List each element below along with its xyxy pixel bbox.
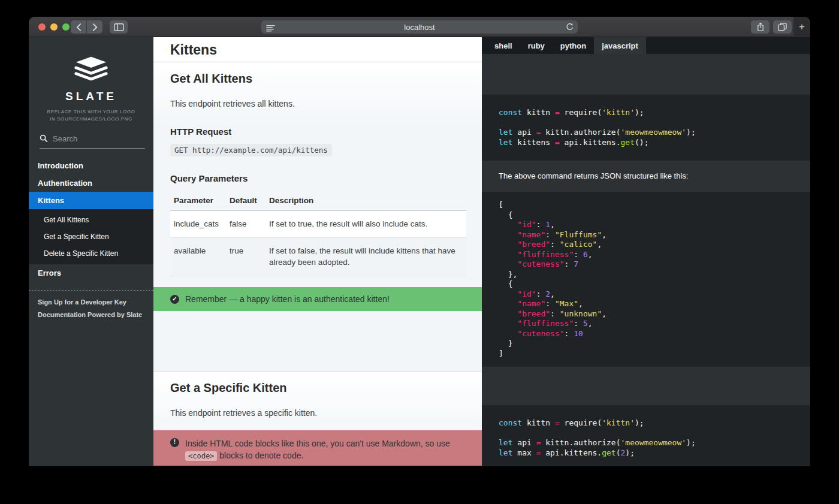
browser-window: localhost + [29,17,810,466]
logo-note: REPLACE THIS WITH YOUR LOGO IN SOURCE/IM… [29,108,153,123]
page-title: Kittens [170,42,465,58]
sidebar-item-introduction[interactable]: Introduction [29,157,153,174]
cell-parameter: available [170,237,226,276]
cell-default: false [226,211,265,238]
code-line: "fluffiness": 5, [499,319,793,329]
code-line: "cuteness": 10 [499,329,793,339]
code-line: { [499,279,793,289]
code-line: "id": 2, [499,289,793,300]
section-intro: This endpoint retrieves all kittens. [153,86,482,110]
sidebar-item-errors[interactable]: Errors [29,264,153,282]
code-line: }, [499,270,793,280]
sidebar-footer: Sign Up for a Developer Key Documentatio… [29,290,153,324]
code-line: ] [499,349,793,359]
search-input[interactable] [53,134,143,143]
code-line [499,118,793,128]
code-block-json-response: [ { "id": 1, "name": "Fluffums", "breed"… [482,192,810,367]
tab-javascript[interactable]: javascript [594,37,646,54]
tab-python[interactable]: python [553,37,594,54]
code-block-get-all-kittens: const kittn = require('kittn'); let api … [482,95,810,161]
tab-ruby[interactable]: ruby [520,37,553,54]
sidebar-icon [114,23,124,31]
cell-description: If set to true, the result will also inc… [265,211,466,238]
http-request-heading: HTTP Request [153,110,482,137]
code-line: const kittn = require('kittn'); [499,108,793,118]
success-callout: ✓ Remember — a happy kitten is an authen… [153,287,482,311]
url-bar[interactable]: localhost [261,20,578,34]
sidebar-subnav: Get All Kittens Get a Specific Kitten De… [29,209,153,264]
section-intro: This endpoint retrieves a specific kitte… [153,395,482,419]
table-row: available true If set to false, the resu… [170,237,466,276]
page-title-block: Kittens [153,37,482,62]
code-line: "breed": "unknown", [499,309,793,319]
check-icon: ✓ [170,295,179,304]
query-parameters-heading: Query Parameters [153,156,482,183]
code-line: let api = kittn.authorize('meowmeowmeow'… [499,128,793,138]
inline-code-tag: <code> [185,451,217,461]
sidebar-toggle-button[interactable] [110,20,128,34]
doc-content: Kittens Get All Kittens This endpoint re… [153,37,482,466]
code-line [499,428,793,439]
code-line: "cuteness": 7 [499,259,793,270]
search-field[interactable] [40,134,145,149]
reload-button[interactable] [566,23,574,34]
plus-icon: + [799,21,805,33]
sidebar-item-delete-a-specific-kitten[interactable]: Delete a Specific Kitten [29,245,153,262]
share-button[interactable] [751,20,769,34]
code-line: let kittens = api.kittens.get(); [499,138,793,148]
cell-parameter: include_cats [170,211,226,238]
tabs-icon [778,23,787,31]
fullscreen-button[interactable] [62,23,70,31]
browser-titlebar: localhost + [29,17,810,37]
window-controls [38,23,70,31]
table-header-row: Parameter Default Description [170,191,466,211]
reader-icon[interactable] [266,23,275,34]
code-line: { [499,210,793,221]
sidebar-item-kittens[interactable]: Kittens [29,192,153,209]
query-parameters-table: Parameter Default Description include_ca… [170,191,466,276]
close-button[interactable] [38,23,46,31]
minimize-button[interactable] [50,23,58,31]
section-get-a-specific-kitten: Get a Specific Kitten This endpoint retr… [153,371,482,466]
powered-by-slate-link[interactable]: Documentation Powered by Slate [38,310,153,319]
code-block-get-specific-kitten: const kittn = require('kittn'); let api … [482,405,810,466]
tab-shell[interactable]: shell [487,37,520,54]
exclamation-icon: ! [170,438,179,447]
sidebar: SLATE REPLACE THIS WITH YOUR LOGO IN SOU… [29,37,153,466]
new-tab-button[interactable]: + [793,17,810,37]
code-annotation: The above command returns JSON structure… [482,161,810,192]
logo-block: SLATE REPLACE THIS WITH YOUR LOGO IN SOU… [29,37,153,123]
code-line: "fluffiness": 6, [499,250,793,260]
column-header-description: Description [265,191,466,211]
sidebar-item-authentication[interactable]: Authentication [29,174,153,192]
cell-description: If set to false, the result will include… [265,237,466,276]
app-body: SLATE REPLACE THIS WITH YOUR LOGO IN SOU… [29,37,810,466]
code-line: let api = kittn.authorize('meowmeowmeow'… [499,438,793,448]
chevron-right-icon [92,23,98,31]
url-text: localhost [261,23,578,32]
search-icon [40,134,48,143]
chevron-left-icon [76,23,82,31]
code-line: "name": "Max", [499,299,793,309]
column-header-parameter: Parameter [170,191,226,211]
section-heading: Get a Specific Kitten [153,372,482,395]
warning-callout: ! Inside HTML code blocks like this one,… [153,430,482,466]
section-get-all-kittens: Get All Kittens This endpoint retrieves … [153,62,482,371]
code-panel: shell ruby python javascript const kittn… [482,37,810,466]
tab-overview-button[interactable] [773,20,792,34]
signup-link[interactable]: Sign Up for a Developer Key [38,298,153,307]
code-line: const kittn = require('kittn'); [499,418,793,428]
slate-logo-icon [73,55,110,83]
http-request-code: GET http://example.com/api/kittens [170,144,332,156]
sidebar-item-get-a-specific-kitten[interactable]: Get a Specific Kitten [29,228,153,245]
back-button[interactable] [71,20,86,34]
sidebar-item-get-all-kittens[interactable]: Get All Kittens [29,212,153,228]
column-header-default: Default [226,191,265,211]
cell-default: true [226,237,265,276]
code-line: "id": 1, [499,220,793,230]
success-callout-text: Remember — a happy kitten is an authenti… [185,293,390,305]
section-heading: Get All Kittens [153,62,482,86]
code-line: [ [499,200,793,210]
desktop-background: localhost + [0,0,839,504]
forward-button[interactable] [87,20,102,34]
